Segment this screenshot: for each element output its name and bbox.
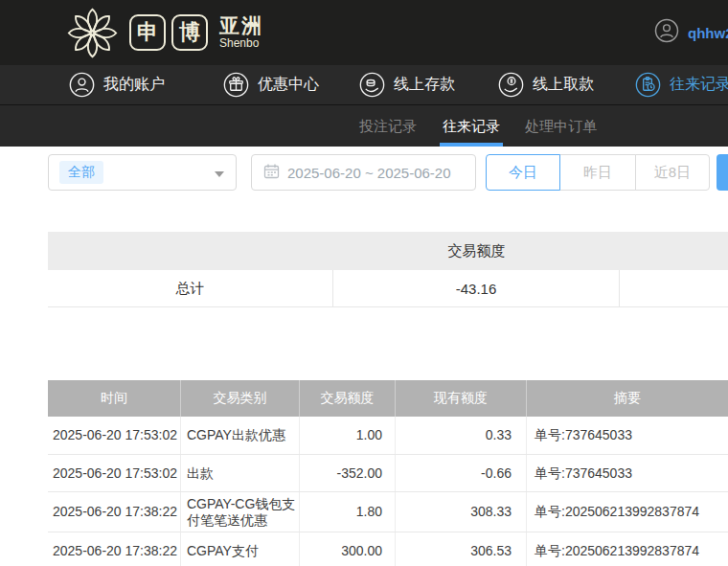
yesterday-button[interactable]: 昨日: [559, 154, 636, 191]
page: 申 博 亚洲 Shenbo qhhw2: [0, 0, 728, 566]
summary-total-row: 总计 -43.16: [48, 270, 728, 307]
username: qhhw2: [688, 25, 728, 41]
cell-type: 出款: [180, 455, 299, 491]
summary-total-value: -43.16: [333, 270, 620, 306]
cell-note: 单号:202506213992837874: [526, 492, 728, 532]
logo-region-label: 亚洲: [219, 15, 263, 36]
summary-table: 交易额度 总计 -43.16: [48, 232, 728, 307]
cell-amount: -352.00: [299, 455, 395, 491]
logo-wordmark: 申 博: [129, 14, 208, 51]
cell-note: 单号:202506213992837874: [526, 532, 728, 566]
nav-item-my-account[interactable]: 我的账户: [69, 65, 165, 104]
table-header-row: 时间 交易类别 交易额度 现有额度 摘要: [48, 380, 728, 417]
withdraw-icon: [498, 72, 524, 98]
date-range-value: 2025-06-20 ~ 2025-06-20: [287, 165, 451, 181]
cell-note: 单号:737645033: [526, 417, 728, 454]
logo-region: 亚洲 Shenbo: [219, 15, 263, 50]
user-avatar-icon: [654, 18, 679, 47]
cell-amount: 1.00: [299, 417, 395, 454]
col-balance: 现有额度: [395, 380, 526, 417]
nav-item-online-deposit[interactable]: 线上存款: [359, 65, 455, 104]
cell-type: CGPAY支付: [180, 532, 299, 566]
cell-type: CGPAY出款优惠: [180, 417, 299, 454]
col-time: 时间: [48, 380, 180, 417]
table-row: 2025-06-20 17:53:02 出款 -352.00 -0.66 单号:…: [48, 455, 728, 492]
today-button[interactable]: 今日: [486, 154, 560, 191]
last8days-button[interactable]: 近8日: [635, 154, 710, 191]
cell-balance: 306.53: [395, 532, 526, 566]
cell-amount: 1.80: [299, 492, 395, 532]
nav-label: 我的账户: [103, 75, 165, 95]
type-filter-value: 全部: [59, 161, 103, 184]
nav-item-promotions[interactable]: 优惠中心: [223, 65, 319, 104]
gift-icon: [223, 72, 249, 98]
flower-logo-icon: [65, 6, 120, 60]
topbar: 申 博 亚洲 Shenbo qhhw2: [0, 0, 728, 65]
summary-header-amount: 交易额度: [333, 232, 620, 270]
cell-amount: 300.00: [299, 532, 395, 566]
logo-char-shen: 申: [129, 14, 166, 51]
search-button[interactable]: [717, 154, 728, 191]
cell-balance: 308.33: [395, 492, 526, 532]
col-note: 摘要: [526, 380, 728, 417]
logo-subtitle: Shenbo: [219, 36, 263, 50]
cell-time: 2025-06-20 17:53:02: [48, 455, 180, 491]
tab-betting-records[interactable]: 投注记录: [359, 105, 417, 147]
quick-range-buttons: 今日 昨日 近8日: [486, 154, 710, 191]
nav-label: 线上取款: [533, 75, 594, 95]
table-row: 2025-06-20 17:38:22 CGPAY支付 300.00 306.5…: [48, 532, 728, 566]
col-amount: 交易额度: [299, 380, 395, 417]
type-filter-select[interactable]: 全部: [48, 154, 237, 191]
cell-type: CGPAY-CG钱包支付笔笔送优惠: [180, 492, 299, 532]
nav-label: 优惠中心: [258, 75, 319, 95]
transactions-table: 时间 交易类别 交易额度 现有额度 摘要 2025-06-20 17:53:02…: [48, 380, 728, 566]
records-tabbar: 投注记录 往来记录 处理中订单: [0, 104, 728, 147]
tab-transaction-records[interactable]: 往来记录: [443, 105, 500, 147]
calendar-icon: [263, 163, 280, 183]
summary-header-empty2: [620, 232, 728, 270]
cell-balance: -0.66: [395, 455, 526, 491]
cell-note: 单号:737645033: [526, 455, 728, 491]
summary-header-row: 交易额度: [48, 232, 728, 270]
account-icon: [69, 72, 95, 98]
table-row: 2025-06-20 17:53:02 CGPAY出款优惠 1.00 0.33 …: [48, 417, 728, 455]
date-range-picker[interactable]: 2025-06-20 ~ 2025-06-20: [251, 154, 476, 191]
nav-item-online-withdraw[interactable]: 线上取款: [498, 65, 594, 104]
user-account[interactable]: qhhw2: [654, 0, 728, 65]
nav-item-transaction-records[interactable]: 往来记录: [635, 65, 728, 104]
tab-processing-orders[interactable]: 处理中订单: [525, 105, 597, 147]
cell-balance: 0.33: [395, 417, 526, 454]
nav-label: 线上存款: [394, 75, 455, 95]
main-nav: 我的账户 优惠中心 线上存款: [0, 65, 728, 104]
logo[interactable]: 申 博 亚洲 Shenbo: [65, 0, 263, 65]
cell-time: 2025-06-20 17:38:22: [48, 492, 180, 532]
nav-label: 往来记录: [670, 75, 728, 95]
deposit-icon: [359, 72, 385, 98]
summary-header-empty: [48, 232, 333, 270]
col-type: 交易类别: [180, 380, 299, 417]
records-icon: [635, 72, 661, 98]
chevron-down-icon: [215, 171, 224, 177]
cell-time: 2025-06-20 17:53:02: [48, 417, 180, 454]
table-row: 2025-06-20 17:38:22 CGPAY-CG钱包支付笔笔送优惠 1.…: [48, 492, 728, 532]
logo-char-bo: 博: [171, 14, 208, 51]
summary-total-extra: [620, 270, 728, 306]
summary-total-label: 总计: [48, 270, 333, 306]
cell-time: 2025-06-20 17:38:22: [48, 532, 180, 566]
